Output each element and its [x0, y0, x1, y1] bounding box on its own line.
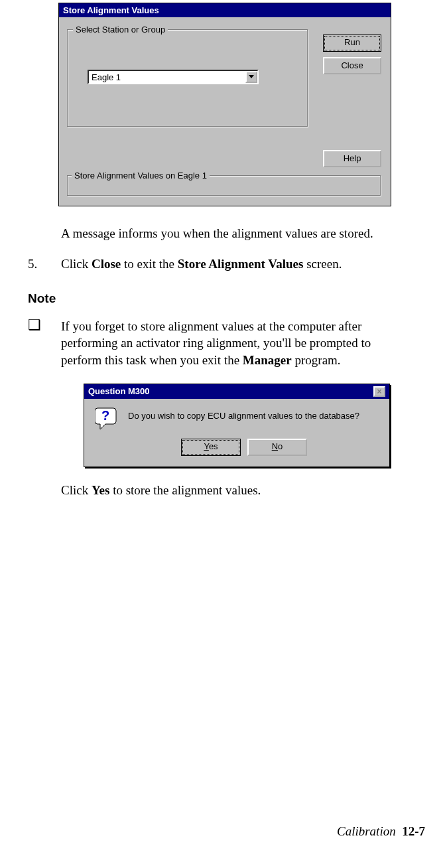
dialog-title: Store Alignment Values	[59, 3, 391, 17]
station-group-fieldset: Select Station or Group Eagle 1	[67, 29, 308, 127]
run-button[interactable]: Run	[323, 35, 381, 52]
page-number: 12-7	[402, 824, 425, 838]
note-heading: Note	[28, 291, 425, 306]
no-button[interactable]: No	[247, 439, 307, 456]
svg-marker-0	[249, 75, 254, 78]
question-icon: ?	[95, 407, 119, 431]
dropdown-icon[interactable]	[245, 71, 257, 83]
combobox-value: Eagle 1	[89, 72, 245, 82]
status-text: Store Alignment Values on Eagle 1	[72, 171, 210, 181]
help-button[interactable]: Help	[323, 150, 381, 167]
page-footer: Calibration 12-7	[337, 824, 425, 839]
group-label: Select Station or Group	[73, 25, 168, 35]
store-alignment-dialog: Store Alignment Values Select Station or…	[58, 3, 391, 206]
note-item: ❑ If you forget to store alignment value…	[28, 318, 405, 369]
note-text: If you forget to store alignment values …	[61, 318, 405, 369]
step-5: 5. Click Close to exit the Store Alignme…	[28, 257, 405, 271]
question-dialog: Question M300 × ? Do you wish to copy EC…	[84, 384, 390, 467]
step-number: 5.	[28, 257, 61, 271]
step-text: Click Close to exit the Store Alignment …	[61, 257, 405, 271]
question-text: Do you wish to copy ECU alignment values…	[128, 411, 359, 421]
station-combobox[interactable]: Eagle 1	[88, 70, 259, 84]
status-fieldset: Store Alignment Values on Eagle 1	[67, 175, 381, 196]
section-name: Calibration	[337, 824, 396, 838]
yes-button[interactable]: Yes	[181, 439, 241, 456]
close-button[interactable]: Close	[323, 57, 381, 74]
info-paragraph: A message informs you when the alignment…	[61, 225, 405, 242]
yes-instruction: Click Yes to store the alignment values.	[61, 483, 405, 498]
question-dialog-title: Question M300	[88, 386, 149, 396]
svg-text:?: ?	[101, 408, 109, 423]
bullet-icon: ❑	[28, 318, 61, 369]
close-icon[interactable]: ×	[373, 386, 385, 397]
